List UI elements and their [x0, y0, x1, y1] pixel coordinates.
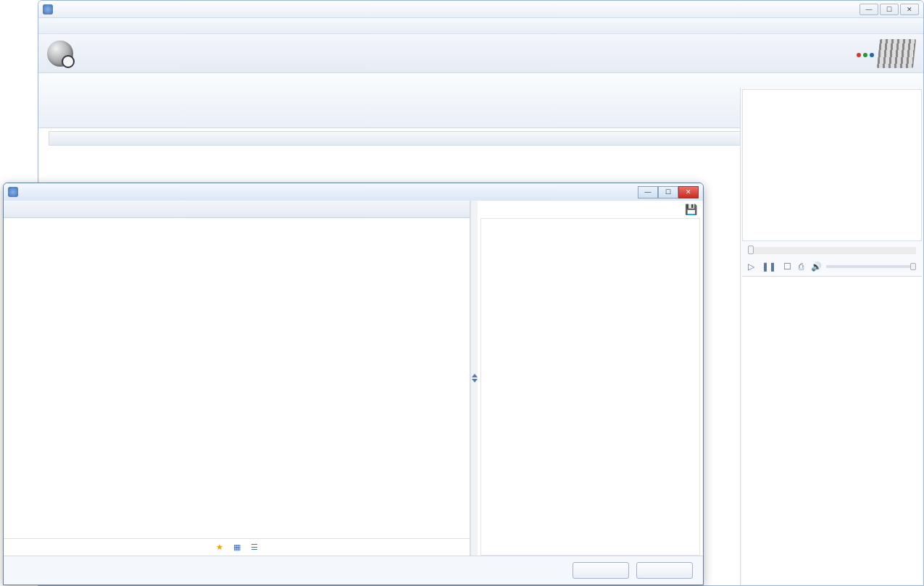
ok-button[interactable] — [573, 562, 629, 579]
right-properties — [742, 276, 922, 584]
profile-tabs — [4, 201, 470, 218]
banner — [38, 34, 923, 73]
play-icon[interactable]: ▷ — [748, 261, 754, 272]
splitter[interactable] — [470, 201, 478, 556]
right-panel: ▷ ❚❚ ☐ ⎙ 🔊 — [740, 88, 923, 585]
stop-icon[interactable]: ☐ — [783, 261, 791, 272]
grid-small-icon[interactable]: ▦ — [233, 543, 241, 552]
seek-slider[interactable] — [748, 247, 916, 254]
dialog-left: ★ ▦ ☰ — [4, 201, 470, 556]
star-icon[interactable]: ★ — [216, 543, 223, 552]
dialog-properties — [480, 218, 700, 556]
save-icon[interactable]: 💾 — [685, 204, 697, 215]
film-strip-icon — [877, 39, 916, 68]
list-icon[interactable]: ☰ — [251, 543, 258, 552]
dialog-maximize-button[interactable]: ☐ — [658, 186, 678, 198]
volume-icon[interactable]: 🔊 — [811, 261, 822, 272]
app-icon — [43, 4, 53, 14]
close-button[interactable]: ✕ — [900, 4, 919, 15]
preview-area — [742, 89, 922, 241]
menubar — [38, 18, 923, 34]
snapshot-icon[interactable]: ⎙ — [799, 261, 804, 272]
volume-slider[interactable] — [826, 265, 916, 268]
media-controls: ▷ ❚❚ ☐ ⎙ 🔊 — [741, 259, 923, 275]
dialog-close-button[interactable]: ✕ — [678, 186, 699, 198]
dialog-footer — [4, 556, 703, 585]
view-switcher: ★ ▦ ☰ — [4, 538, 470, 556]
main-titlebar[interactable]: — ☐ ✕ — [38, 1, 923, 18]
brand-logo — [854, 47, 874, 59]
pause-icon[interactable]: ❚❚ — [762, 261, 776, 272]
profile-grid — [4, 218, 470, 538]
dialog-right: 💾 — [478, 201, 703, 556]
film-reel-icon — [47, 41, 73, 67]
dialog-titlebar[interactable]: — ☐ ✕ — [4, 183, 703, 201]
video-settings-dialog: — ☐ ✕ ★ ▦ ☰ 💾 — [3, 183, 704, 585]
cancel-button[interactable] — [636, 562, 693, 579]
dialog-minimize-button[interactable]: — — [638, 186, 658, 198]
dialog-icon — [8, 187, 18, 197]
minimize-button[interactable]: — — [860, 4, 878, 15]
maximize-button[interactable]: ☐ — [880, 4, 899, 15]
